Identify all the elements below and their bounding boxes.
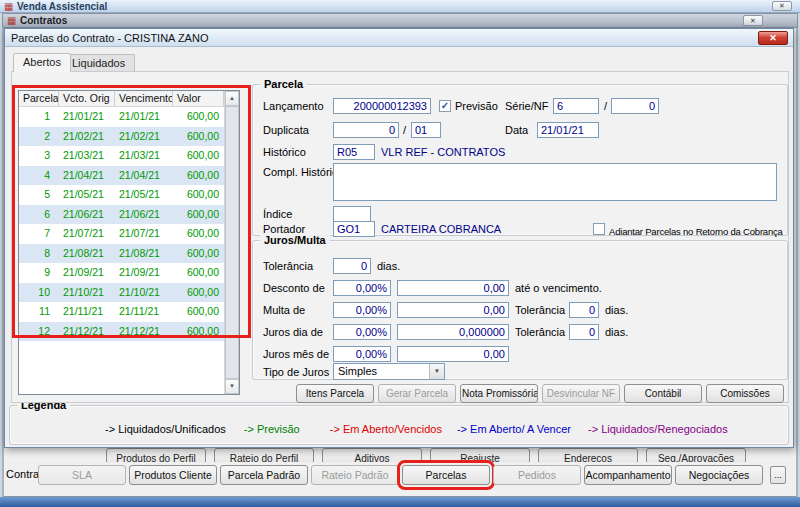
table-row[interactable]: 321/03/2121/03/21600,00 [19,146,224,166]
toolbar-button-partial[interactable]: Aditivos [322,448,422,462]
previsao-checkbox[interactable]: ✓ [439,100,451,112]
duplicata-seq-field[interactable]: 01 [411,122,441,138]
legend-item: -> Liquidados/Renegociados [588,423,728,435]
lancamento-field[interactable]: 200000012393 [333,98,431,114]
comissoes-button[interactable]: Comissões [706,384,784,403]
table-row[interactable]: 721/07/2121/07/21600,00 [19,224,224,244]
table-cell: 600,00 [173,224,224,244]
juros-mes-valor-field[interactable]: 0,00 [397,346,509,362]
desconto-valor-field[interactable]: 0,00 [397,280,509,296]
scroll-up-icon[interactable]: ▲ [225,91,239,106]
table-cell: 600,00 [173,244,224,264]
column-header[interactable]: Valor [173,91,224,106]
legenda-groupbox: Legenda -> Liquidados/Unificados-> Previ… [9,405,789,445]
table-row[interactable]: 621/06/2121/06/21600,00 [19,205,224,225]
table-cell: 600,00 [173,185,224,205]
window-venda-close-button[interactable]: ✕ [772,1,792,11]
table-row[interactable]: 1021/10/2121/10/21600,00 [19,283,224,303]
tolerancia-label: Tolerância [263,259,313,274]
table-cell: 21/09/21 [115,263,173,283]
toolbar-button-partial[interactable]: Seg./Aprovações [646,448,746,462]
window-venda-title: Venda Assistencial [17,0,107,13]
juros-mes-pct-field[interactable]: 0,00% [333,346,391,362]
tolerancia-dias-label: dias. [377,259,400,274]
window-contratos-title: Contratos [20,14,67,28]
contabil-button[interactable]: Contábil [624,384,702,403]
multa-pct-field[interactable]: 0,00% [333,302,391,318]
toolbar-button-acompanhamento[interactable]: Acompanhamento [584,465,672,485]
table-row[interactable]: 221/02/2121/02/21600,00 [19,127,224,147]
toolbar-button-partial[interactable]: Produtos do Perfil [106,448,206,462]
table-scrollbar[interactable]: ▲ ▼ [224,91,239,394]
juros-mes-label: Juros mês de [263,347,329,362]
serie-nf-slash: / [604,99,607,114]
table-row[interactable]: 421/04/2121/04/21600,00 [19,166,224,186]
toolbar-button-produtos-cliente[interactable]: Produtos Cliente [129,465,217,485]
toolbar-row: SLAProdutos ClienteParcela PadrãoRateio … [38,465,763,485]
indice-label: Índice [263,207,292,222]
table-row[interactable]: 1121/11/2121/11/21600,00 [19,302,224,322]
table-cell: 9 [19,263,59,283]
table-cell: 600,00 [173,127,224,147]
data-field[interactable]: 21/01/21 [537,122,599,138]
table-cell: 21/06/21 [59,205,115,225]
previsao-label: Previsão [455,99,498,114]
table-row[interactable]: 921/09/2121/09/21600,00 [19,263,224,283]
legend-item: -> Liquidados/Unificados [105,423,226,435]
parcelas-table-header: ParcelaVcto. OrigVencimentoValor [19,91,224,107]
tolerancia-field[interactable]: 0 [333,258,371,274]
table-cell: 21/08/21 [59,244,115,264]
nota-promissoria-button[interactable]: Nota Promissória [460,384,538,403]
compl-historico-field[interactable] [333,163,777,201]
toolbar-button-parcelas[interactable]: Parcelas [402,465,490,485]
dropdown-arrow-icon: ▼ [429,364,444,379]
juros-dia-pct-field[interactable]: 0,00% [333,324,391,340]
window-contratos-close-button[interactable]: ✕ [743,15,763,26]
itens-parcela-button[interactable]: Itens Parcela [296,384,374,403]
table-cell: 21/06/21 [115,205,173,225]
table-row[interactable]: 121/01/2121/01/21600,00 [19,107,224,127]
table-cell: 12 [19,322,59,342]
indice-field[interactable] [333,206,371,222]
dialog-titlebar[interactable]: Parcelas do Contrato - CRISTINA ZANO ✕ [5,29,793,47]
tab-liquidados[interactable]: Liquidados [62,54,135,71]
juros-dia-tolerancia-field[interactable]: 0 [569,324,599,340]
table-cell: 600,00 [173,107,224,127]
desconto-pct-field[interactable]: 0,00% [333,280,391,296]
toolbar-button-partial[interactable]: Rateio do Perfil [214,448,314,462]
portador-field[interactable]: GO1 [333,221,375,237]
toolbar-button-negocia-es[interactable]: Negociações [675,465,763,485]
tab-pane: ParcelaVcto. OrigVencimentoValor 121/01/… [11,71,789,403]
serie-field[interactable]: 6 [553,98,599,114]
scroll-down-icon[interactable]: ▼ [225,379,239,394]
toolbar-button-parcela-padr-o[interactable]: Parcela Padrão [220,465,308,485]
duplicata-field[interactable]: 0 [333,122,399,138]
nf-field[interactable]: 0 [611,98,659,114]
dialog-close-button[interactable]: ✕ [758,31,788,45]
more-button[interactable]: ... [770,466,786,484]
tipo-juros-select[interactable]: Simples ▼ [333,363,445,380]
adiantar-label: Adiantar Parcelas no Retorno da Cobrança [609,224,783,239]
column-header[interactable]: Parcela [19,91,59,106]
table-cell: 21/11/21 [59,302,115,322]
table-row[interactable]: 1221/12/2121/12/21600,00 [19,322,224,342]
column-header[interactable]: Vcto. Orig [59,91,115,106]
historico-field[interactable]: R05 [333,144,375,160]
ate-vencimento-label: até o vencimento. [515,281,602,296]
table-cell: 1 [19,107,59,127]
table-row[interactable]: 521/05/2121/05/21600,00 [19,185,224,205]
desconto-label: Desconto de [263,281,325,296]
portador-desc: CARTEIRA COBRANCA [381,222,501,237]
scroll-thumb[interactable] [225,106,239,379]
multa-tolerancia-field[interactable]: 0 [569,302,599,318]
adiantar-checkbox[interactable] [593,223,605,235]
app-icon: ▦ [7,14,18,28]
check-icon: ✓ [440,101,450,111]
table-row[interactable]: 821/08/2121/08/21600,00 [19,244,224,264]
juros-dia-valor-field[interactable]: 0,000000 [397,324,509,340]
tab-abertos[interactable]: Abertos [13,53,71,72]
column-header[interactable]: Vencimento [115,91,173,106]
toolbar-button-partial[interactable]: Endereços [538,448,638,462]
toolbar-button-partial[interactable]: Reajuste [430,448,530,462]
multa-valor-field[interactable]: 0,00 [397,302,509,318]
